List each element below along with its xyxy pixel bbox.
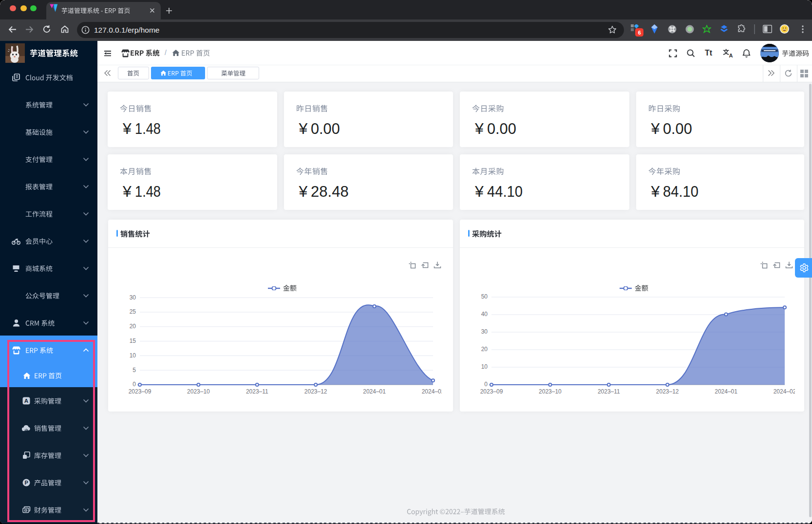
svg-text:2023–11: 2023–11: [246, 388, 268, 395]
svg-text:2023–10: 2023–10: [539, 388, 562, 395]
svg-text:2023–12: 2023–12: [656, 388, 679, 395]
svg-text:2024–01: 2024–01: [363, 388, 386, 395]
svg-text:2023–12: 2023–12: [304, 388, 327, 395]
svg-text:2023–11: 2023–11: [598, 388, 620, 395]
svg-text:2023–09: 2023–09: [480, 388, 503, 395]
svg-text:2024–02: 2024–02: [422, 388, 442, 395]
svg-text:2023–10: 2023–10: [187, 388, 210, 395]
svg-text:2023–09: 2023–09: [129, 388, 151, 395]
svg-text:2024–01: 2024–01: [715, 388, 737, 395]
svg-text:2024–02: 2024–02: [774, 388, 795, 395]
